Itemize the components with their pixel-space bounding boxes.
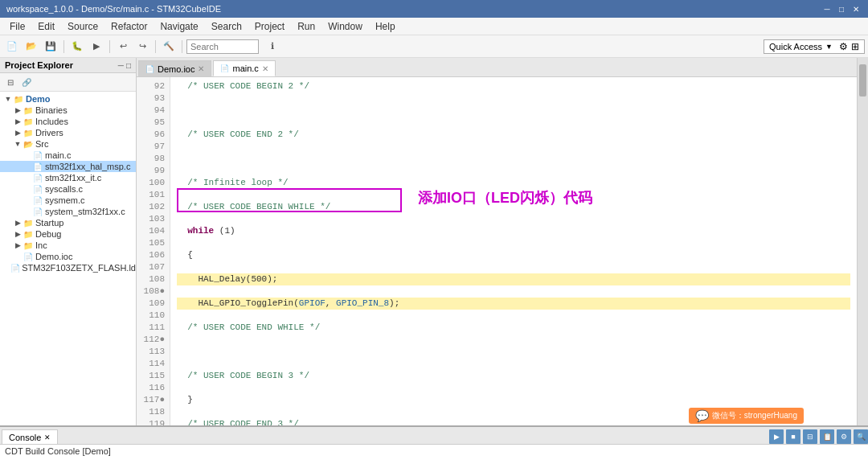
tree-item-drivers[interactable]: ▶ 📁 Drivers xyxy=(0,127,136,138)
bottom-icon-5[interactable]: ⚙ xyxy=(837,429,851,444)
watermark-text: 微信号：strongerHuang xyxy=(712,410,797,421)
sidebar-toolbar: ⊟ 🔗 xyxy=(0,73,136,92)
code-line-94: /* USER CODE END 2 */ xyxy=(177,129,850,141)
tree-item-includes[interactable]: ▶ 📁 Includes xyxy=(0,116,136,127)
tree-item-mainc[interactable]: ▶ 📄 main.c xyxy=(0,150,136,161)
tree-label-democf: Demo.ioc xyxy=(35,252,72,261)
search-input[interactable] xyxy=(190,42,255,51)
ln-102: 102 xyxy=(137,201,170,213)
menu-navigate[interactable]: Navigate xyxy=(154,19,204,34)
ln-95: 95 xyxy=(137,117,170,129)
close-button[interactable]: ✕ xyxy=(850,3,862,14)
tree-arrow-debug: ▶ xyxy=(13,230,23,238)
tree-label-systemstm32: system_stm32f1xx.c xyxy=(45,207,125,216)
code-line-97: /* USER CODE BEGIN WHILE */ xyxy=(177,201,850,213)
bottom-icon-2[interactable]: ■ xyxy=(786,429,800,444)
ln-108b: 108● xyxy=(137,285,170,298)
code-line-101: HAL_GPIO_TogglePin(GPIOF, GPIO_PIN_8); xyxy=(177,298,850,310)
code-line-92: /* USER CODE BEGIN 2 */ xyxy=(177,80,850,92)
code-container: 92 93 94 95 96 97 98 99 100 101 102 103 … xyxy=(137,77,857,425)
menu-refactor[interactable]: Refactor xyxy=(104,19,154,34)
menu-help[interactable]: Help xyxy=(369,19,402,34)
code-line-96: /* Infinite loop */ xyxy=(177,177,850,189)
tree-item-democf[interactable]: ▶ 📄 Demo.ioc xyxy=(0,251,136,262)
undo-button[interactable]: ↩ xyxy=(114,38,132,55)
redo-button[interactable]: ↪ xyxy=(133,38,151,55)
quick-access-label: Quick Access xyxy=(769,42,822,51)
folder-icon-inc: 📁 xyxy=(23,241,34,250)
tree-item-inc[interactable]: ▶ 📁 Inc xyxy=(0,240,136,251)
tree-label-stm32it: stm32f1xx_it.c xyxy=(45,173,101,183)
tree-item-ldscript[interactable]: ▶ 📄 STM32F103ZETX_FLASH.ld xyxy=(0,262,136,273)
menu-run[interactable]: Run xyxy=(291,19,321,34)
menu-edit[interactable]: Edit xyxy=(31,19,61,34)
ln-111: 111 xyxy=(137,322,170,334)
bottom-icon-6[interactable]: 🔍 xyxy=(854,429,868,444)
minimize-button[interactable]: ─ xyxy=(821,3,833,14)
menu-window[interactable]: Window xyxy=(321,19,369,34)
build-button[interactable]: 🔨 xyxy=(160,38,178,55)
bottom-icon-4[interactable]: 📋 xyxy=(820,429,834,444)
ln-94: 94 xyxy=(137,105,170,117)
tab-icon-main: 📄 xyxy=(220,64,229,72)
tree-item-syscalls[interactable]: ▶ 📄 syscalls.c xyxy=(0,183,136,195)
run-button[interactable]: ▶ xyxy=(88,38,105,55)
tree-item-stm32hal[interactable]: ▶ 📄 stm32f1xx_hal_msp.c xyxy=(0,161,136,172)
sidebar-minimize-icon[interactable]: ─ xyxy=(118,61,124,70)
new-button[interactable]: 📄 xyxy=(3,38,21,55)
sidebar-title: Project Explorer xyxy=(5,60,73,70)
open-button[interactable]: 📂 xyxy=(23,38,40,55)
tab-main-c[interactable]: 📄 main.c ✕ xyxy=(213,60,275,76)
tree-label-ldscript: STM32F103ZETX_FLASH.ld xyxy=(22,263,136,273)
tree-item-src[interactable]: ▼ 📂 Src xyxy=(0,138,136,150)
scrollbar-thumb[interactable] xyxy=(859,64,866,96)
tree-item-stm32it[interactable]: ▶ 📄 stm32f1xx_it.c xyxy=(0,172,136,183)
bottom-icon-1[interactable]: ▶ xyxy=(769,429,784,444)
layout-icon[interactable]: ⊞ xyxy=(851,41,859,52)
menu-project[interactable]: Project xyxy=(248,19,291,34)
debug-button[interactable]: 🐛 xyxy=(68,38,86,55)
menu-source[interactable]: Source xyxy=(61,19,104,34)
tree-item-sysmem[interactable]: ▶ 📄 sysmem.c xyxy=(0,195,136,206)
collapse-all-icon[interactable]: ⊟ xyxy=(3,75,18,89)
menu-file[interactable]: File xyxy=(3,19,31,34)
folder-icon-debug: 📁 xyxy=(23,230,34,239)
ln-92: 92 xyxy=(137,80,170,92)
tree-label-sysmem: sysmem.c xyxy=(45,195,85,205)
tree-item-systemstm32[interactable]: ▶ 📄 system_stm32f1xx.c xyxy=(0,206,136,217)
ln-105: 105 xyxy=(137,237,170,249)
settings-icon[interactable]: ⚙ xyxy=(839,41,848,52)
tree-item-binaries[interactable]: ▶ 📁 Binaries xyxy=(0,105,136,116)
tab-console[interactable]: Console ✕ xyxy=(2,429,58,444)
tree-item-debug[interactable]: ▶ 📁 Debug xyxy=(0,228,136,240)
tree-item-demo[interactable]: ▼ 📁 Demo xyxy=(0,93,136,105)
code-line-98: while (1) xyxy=(177,225,850,237)
link-editor-icon[interactable]: 🔗 xyxy=(19,75,34,89)
save-button[interactable]: 💾 xyxy=(42,38,59,55)
titlebar-controls: ─ □ ✕ xyxy=(821,3,862,14)
sidebar: Project Explorer ─ □ ⊟ 🔗 ▼ 📁 Demo ▶ 📁 xyxy=(0,58,137,425)
right-scrollbar-panel[interactable] xyxy=(857,58,868,425)
folder-icon-src: 📂 xyxy=(23,140,34,149)
toolbar-separator-4 xyxy=(182,40,182,53)
sidebar-maximize-icon[interactable]: □ xyxy=(126,61,131,70)
tab-close-main[interactable]: ✕ xyxy=(262,64,268,73)
bottom-panel: Console ✕ ▶ ■ ⊟ 📋 ⚙ 🔍 CDT Build Console … xyxy=(0,425,868,464)
tree-item-startup[interactable]: ▶ 📁 Startup xyxy=(0,217,136,228)
bottom-icon-3[interactable]: ⊟ xyxy=(803,429,817,444)
console-tab-id: ✕ xyxy=(44,433,51,441)
info-button[interactable]: ℹ xyxy=(264,38,281,55)
line-numbers: 92 93 94 95 96 97 98 99 100 101 102 103 … xyxy=(137,77,170,425)
maximize-button[interactable]: □ xyxy=(836,3,847,14)
tab-demo-ioc[interactable]: 📄 Demo.ioc ✕ xyxy=(138,60,211,76)
code-editor[interactable]: /* USER CODE BEGIN 2 */ /* USER CODE END… xyxy=(170,77,857,425)
menu-search[interactable]: Search xyxy=(205,19,248,34)
quick-access-icon: ▼ xyxy=(825,43,833,51)
tab-close-demo[interactable]: ✕ xyxy=(198,64,204,73)
file-tree: ▼ 📁 Demo ▶ 📁 Binaries ▶ 📁 Includes xyxy=(0,92,136,425)
ln-116: 116 xyxy=(137,382,170,394)
watermark-box: 💬 微信号：strongerHuang xyxy=(689,408,804,424)
folder-icon-includes: 📁 xyxy=(23,117,34,126)
file-icon-democf: 📄 xyxy=(23,253,34,261)
toolbar: 📄 📂 💾 🐛 ▶ ↩ ↪ 🔨 ℹ Quick Access ▼ ⚙ ⊞ xyxy=(0,35,868,58)
